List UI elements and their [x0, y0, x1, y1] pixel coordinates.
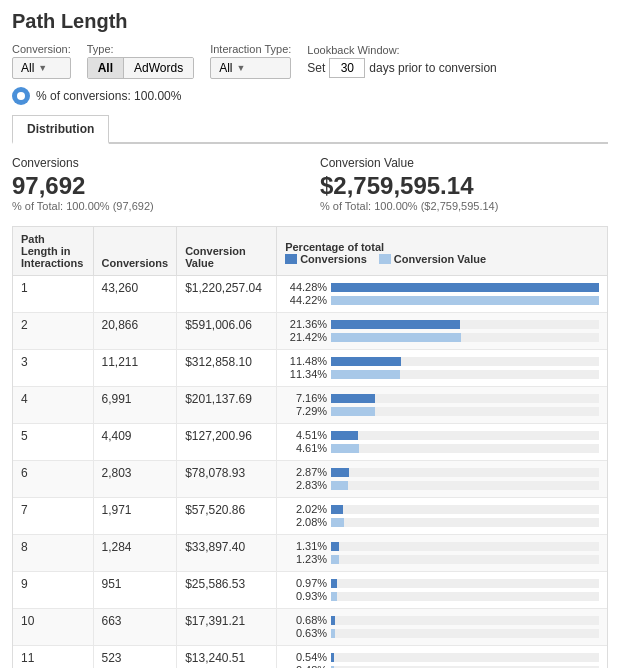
conversions-summary: Conversions 97,692 % of Total: 100.00% (…: [12, 156, 300, 212]
bar-conv-fill: [331, 505, 343, 514]
conversions-sub: % of Total: 100.00% (97,692): [12, 200, 300, 212]
cell-value: $25,586.53: [177, 572, 277, 609]
percent-icon: [12, 87, 30, 105]
bar-val-track: [331, 333, 599, 342]
bar-val-track: [331, 444, 599, 453]
table-row: 6 2,803 $78,078.93 2.87% 2.83%: [13, 461, 607, 498]
cell-pct: 1.31% 1.23%: [277, 535, 607, 572]
pct-val-row: 0.48%: [285, 664, 599, 668]
pct-val-row: 4.61%: [285, 442, 599, 454]
pct-conv-row: 21.36%: [285, 318, 599, 330]
cell-conversions: 11,211: [93, 350, 177, 387]
pct-conv-row: 4.51%: [285, 429, 599, 441]
bar-val-track: [331, 481, 599, 490]
type-all-button[interactable]: All: [88, 58, 124, 78]
th-path: Path Length inInteractions: [13, 227, 93, 276]
type-adwords-button[interactable]: AdWords: [124, 58, 193, 78]
distribution-tab[interactable]: Distribution: [12, 115, 109, 144]
th-conv-value: ConversionValue: [177, 227, 277, 276]
bar-conv-fill: [331, 431, 358, 440]
lookback-label: Lookback Window:: [307, 44, 496, 56]
pct-conv-label: 0.97%: [285, 577, 327, 589]
pct-conv-label: 11.48%: [285, 355, 327, 367]
bar-conv-track: [331, 579, 599, 588]
cell-path: 9: [13, 572, 93, 609]
cell-pct: 0.54% 0.48%: [277, 646, 607, 669]
cell-conversions: 2,803: [93, 461, 177, 498]
legend: Conversions Conversion Value: [285, 253, 599, 265]
conversion-dropdown[interactable]: All ▼: [12, 57, 71, 79]
cell-path: 7: [13, 498, 93, 535]
cell-pct: 2.87% 2.83%: [277, 461, 607, 498]
bar-conv-track: [331, 283, 599, 292]
pct-conv-row: 11.48%: [285, 355, 599, 367]
legend-conversions: Conversions: [285, 253, 367, 265]
pct-header-label: Percentage of total: [285, 241, 599, 253]
table-body: 1 43,260 $1,220,257.04 44.28% 44.22% 2 2…: [13, 276, 607, 669]
cell-value: $312,858.10: [177, 350, 277, 387]
bar-val-fill: [331, 629, 335, 638]
pct-val-row: 44.22%: [285, 294, 599, 306]
summary-section: Conversions 97,692 % of Total: 100.00% (…: [12, 156, 608, 212]
pct-val-label: 2.08%: [285, 516, 327, 528]
controls-bar: Conversion: All ▼ Type: All AdWords Inte…: [12, 43, 608, 79]
pct-val-label: 0.93%: [285, 590, 327, 602]
table-row: 1 43,260 $1,220,257.04 44.28% 44.22%: [13, 276, 607, 313]
cell-path: 4: [13, 387, 93, 424]
pct-val-label: 1.23%: [285, 553, 327, 565]
bar-conv-track: [331, 320, 599, 329]
bar-val-track: [331, 296, 599, 305]
lookback-input[interactable]: [329, 58, 365, 78]
cell-pct: 44.28% 44.22%: [277, 276, 607, 313]
cell-pct: 21.36% 21.42%: [277, 313, 607, 350]
legend-val-swatch: [379, 254, 391, 264]
interaction-type-control: Interaction Type: All ▼: [210, 43, 291, 79]
pct-conv-label: 7.16%: [285, 392, 327, 404]
table-row: 5 4,409 $127,200.96 4.51% 4.61%: [13, 424, 607, 461]
cell-value: $127,200.96: [177, 424, 277, 461]
lookback-group: Set days prior to conversion: [307, 58, 496, 78]
pct-conv-row: 44.28%: [285, 281, 599, 293]
pct-conv-label: 0.54%: [285, 651, 327, 663]
lookback-prefix: Set: [307, 61, 325, 75]
bar-val-track: [331, 592, 599, 601]
pct-val-row: 1.23%: [285, 553, 599, 565]
legend-conv-value: Conversion Value: [379, 253, 486, 265]
pct-conv-label: 2.02%: [285, 503, 327, 515]
cell-pct: 0.68% 0.63%: [277, 609, 607, 646]
cell-conversions: 951: [93, 572, 177, 609]
cell-value: $17,391.21: [177, 609, 277, 646]
cell-value: $57,520.86: [177, 498, 277, 535]
interaction-dropdown[interactable]: All ▼: [210, 57, 291, 79]
conversion-dropdown-arrow: ▼: [38, 63, 47, 73]
cell-conversions: 20,866: [93, 313, 177, 350]
bar-conv-fill: [331, 394, 374, 403]
bar-val-fill: [331, 407, 375, 416]
cell-value: $78,078.93: [177, 461, 277, 498]
conversions-label: Conversions: [12, 156, 300, 170]
pct-val-row: 2.08%: [285, 516, 599, 528]
pct-val-row: 7.29%: [285, 405, 599, 417]
pct-val-label: 2.83%: [285, 479, 327, 491]
pct-conv-row: 0.68%: [285, 614, 599, 626]
bar-conv-fill: [331, 616, 335, 625]
cell-value: $1,220,257.04: [177, 276, 277, 313]
pct-conv-row: 1.31%: [285, 540, 599, 552]
cell-path: 8: [13, 535, 93, 572]
pct-val-row: 0.93%: [285, 590, 599, 602]
conversions-value: 97,692: [12, 172, 300, 200]
cell-pct: 4.51% 4.61%: [277, 424, 607, 461]
bar-val-fill: [331, 518, 344, 527]
cell-path: 1: [13, 276, 93, 313]
conv-value-sub: % of Total: 100.00% ($2,759,595.14): [320, 200, 608, 212]
bar-conv-track: [331, 357, 599, 366]
th-pct: Percentage of total Conversions Conversi…: [277, 227, 607, 276]
interaction-dropdown-arrow: ▼: [237, 63, 246, 73]
pct-conv-row: 0.54%: [285, 651, 599, 663]
bar-conv-fill: [331, 653, 334, 662]
bar-val-track: [331, 518, 599, 527]
pct-val-label: 11.34%: [285, 368, 327, 380]
data-table: Path Length inInteractions Conversions C…: [13, 227, 607, 668]
cell-conversions: 4,409: [93, 424, 177, 461]
bar-conv-track: [331, 431, 599, 440]
